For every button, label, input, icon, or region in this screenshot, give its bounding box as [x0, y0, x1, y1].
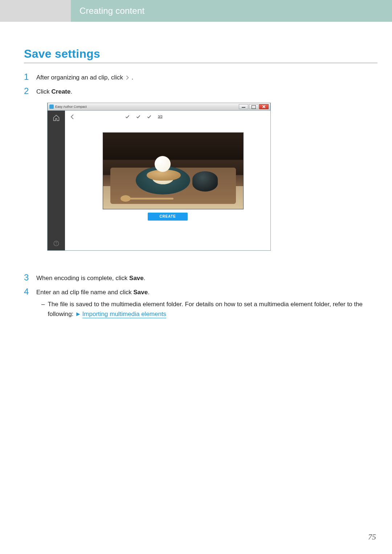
step-body: Click Create. Easy Author Compact	[36, 87, 377, 269]
home-icon[interactable]	[53, 114, 60, 122]
step-sublist: – The file is saved to the multimedia el…	[36, 299, 377, 319]
preview-image	[103, 133, 243, 209]
app-sidebar	[48, 111, 65, 250]
app-icon	[49, 104, 54, 109]
step-text-after: .	[132, 74, 134, 81]
create-button[interactable]: CREATE	[148, 213, 188, 221]
step-number: 1	[24, 73, 30, 82]
step-number: 2	[24, 87, 30, 269]
window-title: Easy Author Compact	[55, 104, 87, 109]
heading-rule	[24, 63, 377, 63]
importing-link[interactable]: Importing multimedia elements	[82, 311, 166, 318]
step-bold: Save	[129, 275, 144, 282]
page-heading: Save settings	[24, 47, 377, 61]
back-icon[interactable]	[69, 114, 75, 120]
window-buttons	[239, 104, 269, 109]
page-number: 75	[368, 532, 376, 542]
bullet-dash: –	[41, 299, 45, 319]
step-text-prefix: Enter an ad clip file name and click	[36, 289, 133, 296]
link-arrow-icon: ►	[75, 311, 81, 317]
window-titlebar: Easy Author Compact	[48, 103, 270, 111]
next-icon	[125, 75, 130, 80]
header-left-spacer	[0, 0, 71, 22]
step-2: 2 Click Create. Easy Author Compact	[24, 87, 377, 269]
step-body: After organizing an ad clip, click .	[36, 73, 377, 82]
step-3: 3 When encoding is complete, click Save.	[24, 273, 377, 283]
app-toolbar: 3/3	[65, 111, 270, 123]
header-bar: Creating content	[0, 0, 392, 22]
close-button[interactable]	[259, 104, 269, 109]
check-icon[interactable]	[147, 115, 151, 119]
window-body: 3/3	[48, 111, 270, 250]
step-bold: Save	[133, 289, 148, 296]
app-screenshot: Easy Author Compact	[47, 103, 271, 251]
step-number: 3	[24, 273, 30, 283]
step-text-prefix: When encoding is complete, click	[36, 275, 129, 282]
toolbar-tools: 3/3	[125, 114, 163, 119]
app-main: 3/3	[65, 111, 270, 250]
step-text-suffix: .	[144, 275, 146, 282]
preview-canvas	[103, 132, 244, 209]
svg-point-1	[56, 245, 56, 245]
progress-label: 3/3	[158, 114, 163, 119]
step-text: After organizing an ad clip, click	[36, 74, 125, 81]
sublist-text: The file is saved to the multimedia elem…	[48, 299, 377, 319]
maximize-button[interactable]	[249, 104, 258, 109]
step-text-suffix: .	[148, 289, 150, 296]
page-content: Save settings 1 After organizing an ad c…	[24, 47, 377, 323]
step-sublist-item: – The file is saved to the multimedia el…	[36, 299, 377, 319]
step-text-suffix: .	[70, 88, 72, 95]
step-text-prefix: Click	[36, 88, 52, 95]
header-tab: Creating content	[71, 0, 392, 22]
minimize-button[interactable]	[239, 104, 248, 109]
header-tab-label: Creating content	[79, 6, 144, 16]
help-icon[interactable]	[53, 240, 60, 247]
steps-list: 1 After organizing an ad clip, click . 2…	[24, 73, 377, 319]
check-icon[interactable]	[125, 115, 130, 119]
step-number: 4	[24, 287, 30, 319]
step-1: 1 After organizing an ad clip, click .	[24, 73, 377, 82]
step-4: 4 Enter an ad clip file name and click S…	[24, 287, 377, 319]
step-bold: Create	[52, 88, 71, 95]
step-body: When encoding is complete, click Save.	[36, 273, 377, 283]
step-body: Enter an ad clip file name and click Sav…	[36, 287, 377, 319]
check-icon[interactable]	[136, 115, 140, 119]
